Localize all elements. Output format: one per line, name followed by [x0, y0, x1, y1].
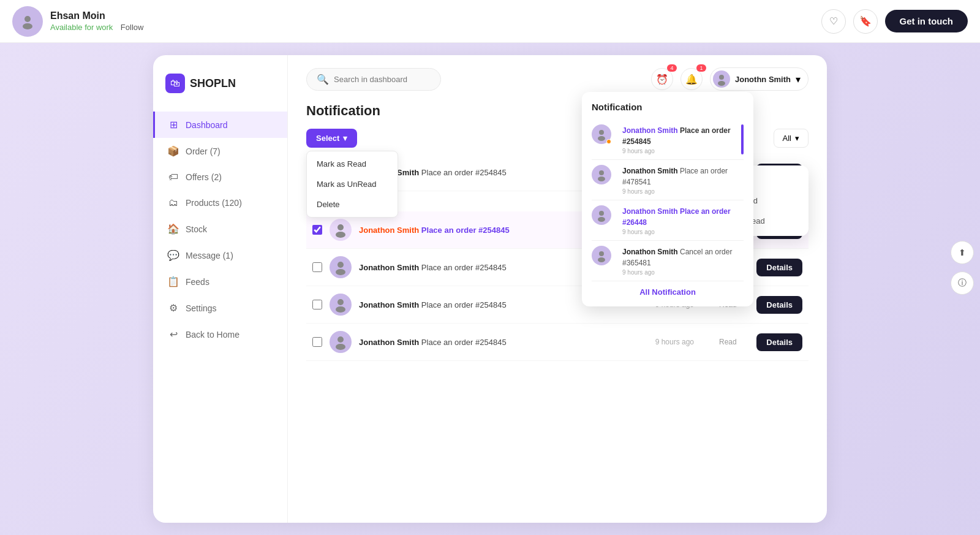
- dashboard-card: 🛍 SHOPLN ⊞ Dashboard 📦 Order (7) 🏷 Offer…: [153, 55, 827, 523]
- upload-icon: ⬆: [959, 248, 966, 257]
- notif-checkbox-y2[interactable]: [312, 262, 322, 272]
- sidebar-label-settings: Settings: [186, 303, 217, 313]
- sidebar-item-products[interactable]: 🗂 Products (120): [153, 190, 287, 216]
- main-wrapper: 🛍 SHOPLN ⊞ Dashboard 📦 Order (7) 🏷 Offer…: [0, 43, 980, 535]
- svg-point-8: [337, 262, 344, 268]
- search-box[interactable]: 🔍: [306, 68, 441, 91]
- dropdown-mark-unread[interactable]: Mark as UnRead: [307, 174, 398, 194]
- notif-popup-bar-1: [741, 124, 744, 154]
- svg-point-1: [23, 23, 32, 29]
- logo-icon: 🛍: [165, 74, 185, 93]
- get-in-touch-button[interactable]: Get in touch: [885, 10, 968, 32]
- svg-point-0: [24, 16, 31, 22]
- back-home-icon: ↩: [167, 328, 179, 340]
- notif-popup-item-2[interactable]: Jonathon Smith Place an order #478541 9 …: [592, 160, 744, 200]
- details-button-y4[interactable]: Details: [756, 333, 802, 351]
- notif-popup-item-3[interactable]: Jonathon Smith Place an order #26448 9 h…: [592, 200, 744, 241]
- notif-checkbox-y4[interactable]: [312, 337, 322, 347]
- feeds-icon: 📋: [167, 276, 179, 287]
- bell-notif-wrap[interactable]: 🔔 1: [680, 68, 703, 90]
- follow-link[interactable]: Follow: [121, 23, 144, 32]
- notif-avatar-y4: [330, 331, 352, 353]
- notif-popup-item-1[interactable]: Jonathon Smith Place an order #254845 9 …: [592, 120, 744, 160]
- notif-name-y4: Jonathon Smith: [359, 338, 419, 347]
- message-icon: 💬: [167, 249, 179, 261]
- search-icon: 🔍: [317, 74, 329, 85]
- bell-count-badge: 1: [696, 64, 706, 72]
- notif-checkbox-yesterday-1[interactable]: [312, 225, 322, 235]
- notif-popup-time-1: 9 hours ago: [622, 148, 733, 154]
- user-info: Ehsan Moin Available for work Follow: [50, 10, 143, 32]
- notif-row-yesterday-4: Jonathon Smith Place an order #254845 9 …: [306, 324, 809, 361]
- sidebar-item-order[interactable]: 📦 Order (7): [153, 138, 287, 164]
- svg-point-7: [336, 232, 345, 238]
- notif-action-y3: Place an order #254845: [421, 300, 507, 309]
- svg-point-14: [599, 130, 604, 135]
- notif-avatar-y3: [330, 294, 352, 316]
- select-dropdown-menu: Mark as Read Mark as UnRead Delete: [306, 151, 398, 218]
- sidebar-item-settings[interactable]: ⚙ Settings: [153, 295, 287, 321]
- sidebar-label-order: Order (7): [186, 146, 221, 156]
- heart-icon: ♡: [829, 15, 838, 27]
- info-icon: ⓘ: [958, 278, 967, 289]
- notif-status-y4: Read: [706, 338, 749, 346]
- bookmark-button[interactable]: 🔖: [853, 9, 878, 34]
- notif-popup-time-2: 9 hours ago: [622, 188, 744, 195]
- sidebar-item-offers[interactable]: 🏷 Offers (2): [153, 164, 287, 190]
- heart-button[interactable]: ♡: [821, 9, 846, 34]
- user-chip-name: Jonothn Smith: [735, 75, 791, 84]
- filter-dropdown[interactable]: All ▾: [774, 129, 809, 148]
- sidebar-item-stock[interactable]: 🏠 Stock: [153, 216, 287, 242]
- notif-popup-text-1: Jonathon Smith Place an order #254845 9 …: [622, 124, 733, 154]
- select-button[interactable]: Select ▾: [306, 129, 357, 148]
- sidebar-item-message[interactable]: 💬 Message (1): [153, 242, 287, 268]
- notif-checkbox-y3[interactable]: [312, 300, 322, 309]
- top-bar-left: Ehsan Moin Available for work Follow: [12, 6, 143, 37]
- svg-point-3: [718, 81, 725, 86]
- details-button-y2[interactable]: Details: [756, 259, 802, 276]
- upload-button[interactable]: ⬆: [951, 241, 974, 264]
- info-button[interactable]: ⓘ: [951, 271, 974, 295]
- notif-popup-name-4: Jonathon Smith: [622, 248, 680, 256]
- settings-icon: ⚙: [167, 302, 179, 314]
- sidebar-label-back-home: Back to Home: [186, 330, 239, 340]
- order-icon: 📦: [167, 145, 179, 157]
- right-side-icons: ⬆ ⓘ: [944, 235, 980, 301]
- svg-point-13: [336, 344, 345, 350]
- svg-point-17: [598, 176, 605, 181]
- user-chip-avatar: [713, 70, 730, 88]
- activity-count-badge: 4: [667, 64, 677, 72]
- svg-point-9: [336, 269, 345, 275]
- notif-popup-text-4: Jonathon Smith Cancel an order #365481 9…: [622, 246, 744, 276]
- user-name: Ehsan Moin: [50, 10, 143, 21]
- svg-point-10: [337, 299, 344, 305]
- notif-popup-name-2: Jonathon Smith: [622, 167, 680, 175]
- notif-popup-avatar-2: [592, 165, 611, 184]
- user-chip[interactable]: Jonothn Smith ▾: [710, 67, 809, 91]
- details-button-y3[interactable]: Details: [756, 296, 802, 314]
- sidebar-item-feeds[interactable]: 📋 Feeds: [153, 268, 287, 295]
- notif-name-y1: Jonathon Smith: [359, 226, 419, 235]
- sidebar: 🛍 SHOPLN ⊞ Dashboard 📦 Order (7) 🏷 Offer…: [153, 55, 288, 523]
- notif-popup-title: Notification: [592, 102, 744, 112]
- activity-notif-wrap[interactable]: ⏰ 4: [651, 68, 673, 90]
- all-notification-link[interactable]: All Notification: [592, 281, 744, 297]
- search-input[interactable]: [334, 75, 431, 84]
- dropdown-delete[interactable]: Delete: [307, 194, 398, 214]
- notif-name-y2: Jonathon Smith: [359, 263, 419, 272]
- notif-time-y4: 9 hours ago: [650, 338, 699, 346]
- notif-popup-avatar-1: [592, 124, 611, 144]
- filter-label: All: [783, 134, 791, 143]
- sidebar-item-back-home[interactable]: ↩ Back to Home: [153, 321, 287, 347]
- user-status: Available for work: [50, 23, 113, 32]
- sidebar-item-dashboard[interactable]: ⊞ Dashboard: [153, 112, 287, 138]
- notif-popup-text-2: Jonathon Smith Place an order #478541 9 …: [622, 165, 744, 195]
- svg-point-15: [598, 136, 605, 141]
- header-right: ⏰ 4 🔔 1 Jonothn S: [651, 67, 809, 91]
- svg-point-16: [599, 170, 604, 175]
- sidebar-label-stock: Stock: [186, 224, 207, 234]
- offers-icon: 🏷: [167, 172, 179, 183]
- sidebar-label-offers: Offers (2): [186, 172, 222, 182]
- notif-popup-item-4[interactable]: Jonathon Smith Cancel an order #365481 9…: [592, 241, 744, 281]
- dropdown-mark-read[interactable]: Mark as Read: [307, 154, 398, 174]
